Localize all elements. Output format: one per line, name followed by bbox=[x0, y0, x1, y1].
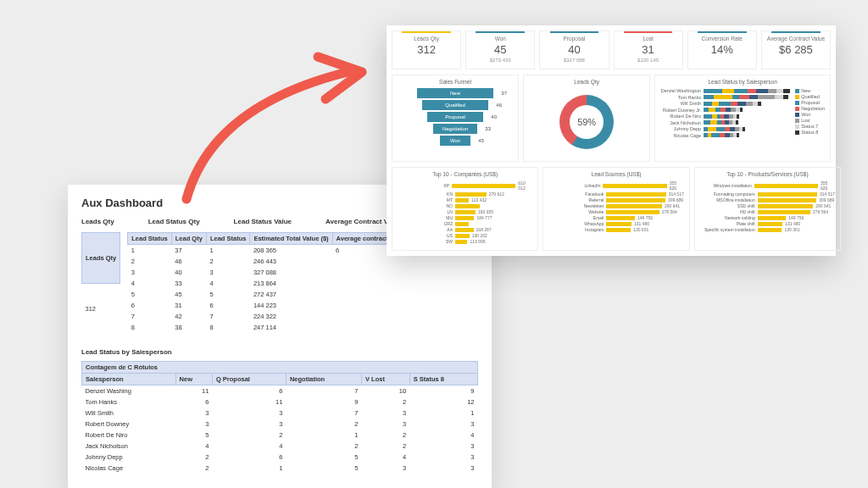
kpi-card[interactable]: Lost31$220 145 bbox=[614, 30, 683, 69]
hbar-value: 182 655 bbox=[478, 209, 493, 214]
hbar bbox=[606, 222, 632, 226]
kpi-card[interactable]: Proposal40$327 088 bbox=[539, 30, 609, 69]
lead-status-table[interactable]: Lead StatusLead QtyLead StatusEstimated … bbox=[127, 232, 406, 333]
sp-chart-title: Lead Status by Salesperson bbox=[660, 79, 825, 85]
hbar-label: AA bbox=[398, 227, 455, 232]
top-products-card: Top 10 - Products/Services (US$) Windows… bbox=[694, 167, 841, 251]
kpi-card[interactable]: Conversion Rate14% bbox=[687, 30, 757, 69]
hbar-value: 278 564 bbox=[813, 209, 828, 214]
sp-segment bbox=[758, 102, 761, 106]
hbar-row: Website278 564 bbox=[548, 209, 683, 214]
kpi-card[interactable]: Average Contract Value$6 285 bbox=[761, 30, 831, 69]
sp-h1[interactable]: Contagem de C Rótulos bbox=[82, 362, 478, 374]
hbar bbox=[758, 192, 817, 197]
sp-segment bbox=[704, 120, 710, 125]
status-cell bbox=[332, 267, 406, 278]
sp-cell: 3 bbox=[362, 419, 410, 430]
status-cell: 37 bbox=[171, 245, 206, 257]
sp-cell: 3 bbox=[212, 408, 286, 419]
legend-swatch bbox=[795, 125, 799, 129]
sp-cell: 2 bbox=[286, 441, 361, 452]
sp-row: Tom Hanks bbox=[660, 95, 790, 100]
sp-hdr[interactable]: V Lost bbox=[362, 374, 410, 385]
sp-cell: 7 bbox=[286, 408, 361, 419]
sp-cell: 7 bbox=[286, 385, 361, 397]
sp-row: Denzel Washington bbox=[660, 88, 790, 93]
status-hdr[interactable]: Lead Status bbox=[206, 233, 250, 245]
status-cell: 6 bbox=[128, 300, 172, 311]
hbar-row: Network cabling149 756 bbox=[700, 215, 835, 220]
hbar bbox=[606, 192, 665, 197]
hbar-label: Plate shift bbox=[700, 221, 758, 226]
hbar bbox=[455, 216, 474, 220]
leads-qty-hdr[interactable]: Leads Qty bbox=[82, 233, 120, 284]
status-cell: 327 088 bbox=[250, 267, 332, 278]
sp-name: Robert De Niro bbox=[660, 114, 701, 119]
sp-hdr[interactable]: New bbox=[175, 374, 212, 385]
leads-qty-table[interactable]: Leads Qty 312 bbox=[81, 232, 120, 333]
hbar-value: 113 095 bbox=[470, 239, 485, 244]
sp-segment bbox=[712, 102, 719, 106]
status-cell: 5 bbox=[206, 289, 250, 300]
sp-cell: 1 bbox=[212, 463, 286, 474]
sp-segment bbox=[704, 114, 712, 119]
kpi-label: Leads Qty bbox=[395, 36, 458, 42]
status-cell: 46 bbox=[171, 256, 206, 267]
funnel-value: 40 bbox=[491, 114, 497, 119]
sp-bar bbox=[704, 114, 790, 119]
status-cell: 8 bbox=[128, 322, 172, 333]
sp-cell: 6 bbox=[175, 396, 212, 408]
sp-segment bbox=[732, 95, 739, 99]
kpi-label: Average Contract Value bbox=[765, 36, 827, 42]
sp-bar bbox=[704, 95, 790, 99]
sp-hdr[interactable]: Salesperson bbox=[82, 374, 176, 385]
hbar-label: US bbox=[398, 233, 455, 238]
sp-cell: 1 bbox=[409, 408, 477, 419]
status-cell: 4 bbox=[128, 278, 172, 289]
hbar bbox=[455, 234, 470, 238]
sp-bar bbox=[704, 133, 790, 137]
hbar bbox=[606, 204, 662, 208]
sp-cell: 2 bbox=[212, 430, 286, 441]
status-hdr[interactable]: Lead Qty bbox=[171, 233, 206, 245]
legend-item: Status 8 bbox=[795, 130, 825, 135]
hbar bbox=[606, 210, 659, 214]
kpi-card[interactable]: Won45$273 435 bbox=[465, 30, 535, 69]
hbar-row: NO bbox=[398, 203, 532, 208]
sp-cell: 3 bbox=[362, 408, 410, 419]
sp-cell: 4 bbox=[409, 430, 477, 441]
hbar-value: 130 202 bbox=[472, 233, 487, 238]
sp-row: Will Smith bbox=[660, 101, 790, 106]
kpi-card[interactable]: Leads Qty312 bbox=[392, 30, 461, 69]
status-cell: 8 bbox=[206, 322, 250, 333]
status-hdr[interactable]: Estimated Total Value ($) bbox=[250, 233, 332, 245]
funnel-value: 37 bbox=[501, 91, 507, 96]
sp-hdr[interactable]: Q Proposal bbox=[212, 374, 286, 385]
sp-hdr[interactable]: Negotiation bbox=[286, 374, 361, 385]
hbar bbox=[754, 184, 818, 188]
hbar bbox=[758, 216, 787, 220]
hbar bbox=[455, 192, 487, 197]
sp-segment bbox=[739, 95, 749, 99]
hbar-row: Specific system installation130 301 bbox=[700, 227, 835, 232]
hbar bbox=[455, 204, 480, 208]
sp-hdr[interactable]: S Status 8 bbox=[409, 374, 477, 385]
funnel-bar: Proposal40 bbox=[427, 112, 483, 122]
status-cell: 42 bbox=[171, 311, 206, 322]
kpi-label: Won bbox=[469, 36, 531, 42]
legend-swatch bbox=[795, 130, 799, 135]
sp-cell: 10 bbox=[362, 385, 410, 397]
sp-cell: 2 bbox=[175, 463, 212, 474]
status-hdr[interactable]: Lead Status bbox=[128, 233, 172, 245]
salesperson-status-card: Lead Status by Salesperson Denzel Washin… bbox=[654, 75, 831, 162]
sp-table[interactable]: Contagem de C Rótulos SalespersonNewQ Pr… bbox=[81, 361, 478, 474]
status-cell: 40 bbox=[171, 267, 206, 278]
sp-name: Nicolas Cage bbox=[660, 133, 701, 138]
sp-cell: 9 bbox=[409, 385, 477, 397]
top-companies-title: Top 10 - Companies (US$) bbox=[398, 171, 532, 177]
sp-cell: Tom Hanks bbox=[82, 396, 176, 408]
hbar-row: KP610 012 bbox=[398, 180, 532, 191]
sp-segment bbox=[775, 95, 783, 99]
lead-sources-title: Lead Sources (US$) bbox=[548, 171, 683, 177]
status-cell: 33 bbox=[171, 278, 206, 289]
